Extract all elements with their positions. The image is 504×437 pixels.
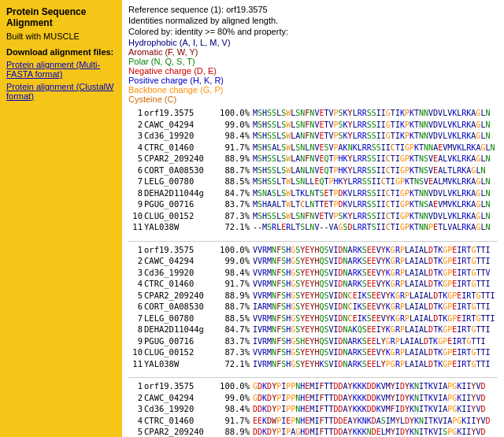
table-row: 1 orf19.3575 100.0% MSHSSLSWLSNFNVETVPSK… <box>128 107 498 119</box>
table-row: 2 CAWC_04294 99.0% MSHSSLSWLSNFNVETVPSKY… <box>128 119 498 131</box>
sidebar: Protein Sequence Alignment Built with MU… <box>0 0 122 437</box>
table-row: 5 CPAR2_209240 88.9% DDKDYPIPAGHDMIFTTDD… <box>128 426 498 437</box>
legend-positive: Positive charge (H, K, R) <box>128 76 224 85</box>
ref-line-1: Reference sequence (1): orf19.3575 <box>128 5 498 14</box>
built-with-label: Built with MUSCLE <box>6 31 116 41</box>
table-row: 6 CORT_0A08530 88.7% IARMNFSHGSYEYHQSVID… <box>128 301 498 313</box>
legend-cysteine: Cysteine (C) <box>128 94 176 104</box>
legend-negative: Negative charge (D, E) <box>128 66 217 76</box>
table-row: 9 PGUG_00716 83.7% IVRMNFSHGSHEYHQSVIDNA… <box>128 335 498 347</box>
alignment-section-2: 1 orf19.3575 100.0% VVRMNFSHGSYEYHQSVIDN… <box>128 244 498 370</box>
table-row: 2 CAWC_04294 99.0% VVRMNFSHGSYEYHQSVIDNA… <box>128 255 498 267</box>
legend-polar: Polar (N, Q, S, T) <box>128 57 195 66</box>
table-row: 10 CLUG_00152 87.3% MSHSSLSWLSNFNVETVPSK… <box>128 210 498 222</box>
table-row: 9 PGUG_00716 83.7% MSHAALTWLTCLNTTETPDKV… <box>128 198 498 210</box>
table-row: 3 Cd36_19920 98.4% MSHSSLSWLANFNVETVPSKY… <box>128 130 498 142</box>
color-legend: Hydrophobic (A, I, L, M, V) Aromatic (F,… <box>128 38 498 104</box>
main-content: Reference sequence (1): orf19.3575 Ident… <box>122 0 504 437</box>
table-row: 5 CPAR2_209240 88.9% VVRMNFSHGSYEYHQSVID… <box>128 290 498 302</box>
color-line: Colored by: identity >= 80% and property… <box>128 27 498 36</box>
alignment-section-1: 1 orf19.3575 100.0% MSHSSLSWLSNFNVETVPSK… <box>128 107 498 233</box>
alignment-section-3: 1 orf19.3575 100.0% GDKDYPIPPNHEMIFTTDDA… <box>128 380 498 437</box>
table-row: 3 Cd36_19920 98.4% VVRMNFSHGSYEYHQSVIDNA… <box>128 267 498 279</box>
table-row: 11 YAL038W 72.1% IVRMNFSHGSYEYHKSVIDNARK… <box>128 358 498 370</box>
table-row: 7 LELG_00780 88.5% VVRMNFSHGSYEYHQSVIDNC… <box>128 313 498 324</box>
legend-hydrophobic: Hydrophobic (A, I, L, M, V) <box>128 38 231 47</box>
protein-multifasta-link[interactable]: Protein alignment (Multi-FASTA format) <box>6 60 116 79</box>
table-row: 10 CLUG_00152 87.3% VVRMNFSHGSYEYHQSVIDN… <box>128 346 498 358</box>
table-row: 8 DEHA2D11044g 84.7% MSNASLSWLTKLNTSETPD… <box>128 187 498 199</box>
table-row: 1 orf19.3575 100.0% VVRMNFSHGSYEYHQSVIDN… <box>128 244 498 256</box>
sidebar-title: Protein Sequence Alignment <box>6 6 116 28</box>
legend-aromatic: Aromatic (F, W, Y) <box>128 47 198 57</box>
section-divider <box>128 241 498 242</box>
section-divider-2 <box>128 377 498 378</box>
table-row: 3 Cd36_19920 98.4% DDKDYPIPPNHEMIFTTDDAY… <box>128 403 498 415</box>
download-label: Download alignment files: <box>6 47 116 57</box>
protein-clustalw-link[interactable]: Protein alignment (ClustalW format) <box>6 82 116 101</box>
legend-backbone: Backbone change (G, P) <box>128 85 223 94</box>
table-row: 1 orf19.3575 100.0% GDKDYPIPPNHEMIFTTDDA… <box>128 380 498 392</box>
table-row: 4 CTRC_01460 91.7% MSHSALSWLSNLNVESVPAKN… <box>128 142 498 154</box>
table-row: 5 CPAR2_209240 88.9% MSHSSLSWLANFNVEQTPH… <box>128 153 498 165</box>
table-row: 4 CTRC_01460 91.7% EEKDWPIEPNHEMIFTTDDEA… <box>128 415 498 427</box>
ref-line-2: Identities normalized by aligned length. <box>128 16 498 25</box>
table-row: 11 YAL038W 72.1% --MSRLERLTSLNV--VAGSDLR… <box>128 221 498 233</box>
table-row: 2 CAWC_04294 99.0% GDKDYPIPPNHEMIFTTDDAY… <box>128 392 498 404</box>
table-row: 6 CORT_0A08530 88.7% MSHSSLSWLANLNVEQTPH… <box>128 165 498 176</box>
table-row: 8 DEHA2D11044g 84.7% IVRMNFSHGSYEYHQSVID… <box>128 324 498 335</box>
table-row: 7 LELG_00780 88.5% MSHSSLTWLSNLLEQTPHKYL… <box>128 176 498 187</box>
table-row: 4 CTRC_01460 91.7% VVRMNFSHGSYEYHQSVIDNA… <box>128 278 498 290</box>
